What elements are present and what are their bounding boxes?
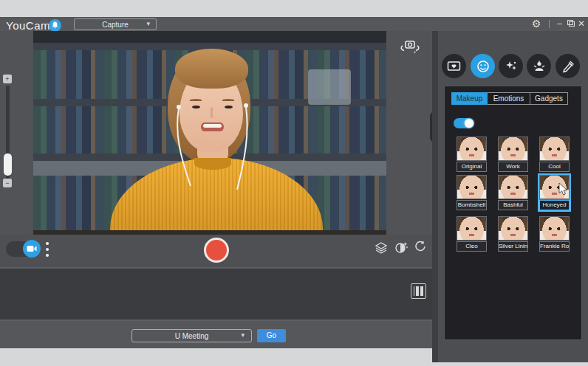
capture-dropdown-label: Capture [102,21,129,29]
makeup-thumbnail [457,175,487,199]
tab-emotions[interactable]: Emotions [488,92,530,105]
chevron-down-icon: ▾ [146,20,150,27]
makeup-item-label: Bombshell [457,200,487,210]
makeup-item-label: Bashful [498,200,528,210]
gallery-grid-view-icon[interactable] [411,283,426,299]
makeup-item-label: Cool [539,162,570,172]
effects-content-box: Makeup Emotions Gadgets Original Work Co… [444,86,582,340]
record-bar [0,235,432,267]
notification-bell-icon[interactable] [49,19,61,32]
minimize-button[interactable]: – [553,18,565,30]
mouse-cursor [558,182,568,196]
makeup-item-silver-lining[interactable]: Silver Lining [498,216,528,252]
chevron-down-icon: ▾ [241,331,245,339]
app-window: YouCam9 Capture ▾ ⚙ – ✕ + − [0,17,588,348]
settings-gear-icon[interactable]: ⚙ [530,18,542,30]
video-camera-icon[interactable] [23,240,41,258]
makeup-item-bombshell[interactable]: Bombshell [457,175,487,210]
reset-rotate-icon[interactable] [414,240,428,255]
makeup-thumbnail [539,216,570,241]
draw-stamp-icon[interactable] [555,54,580,78]
panel-divider [432,31,438,362]
avatar-icon[interactable] [527,54,551,78]
app-select-value: U Meeting [175,332,209,340]
makeup-thumbnail [498,216,528,241]
makeup-thumbnail [498,137,528,161]
launch-bar: U Meeting ▾ Go [0,321,432,348]
makeup-thumbnail [457,216,487,241]
app-select-dropdown[interactable]: U Meeting ▾ [131,329,252,342]
restore-button[interactable] [564,18,576,30]
scenes-icon[interactable] [442,54,466,78]
capture-dropdown[interactable]: Capture ▾ [74,18,157,30]
webcam-video [33,31,386,235]
enhance-beautify-icon[interactable] [394,240,408,255]
makeup-item-work[interactable]: Work [498,137,528,172]
makeup-item-cool[interactable]: Cool [539,137,570,172]
zoom-slider-handle[interactable] [4,153,12,176]
makeup-item-label: Original [457,162,487,172]
titlebar-separator [549,20,550,28]
record-button[interactable] [204,238,229,263]
zoom-out-button[interactable]: − [3,179,12,187]
switch-camera-icon[interactable] [397,35,423,59]
effects-tabs: Makeup Emotions Gadgets [451,92,568,105]
makeup-item-original[interactable]: Original [457,137,487,172]
makeup-item-label: Cleo [457,241,487,252]
layers-icon[interactable] [374,240,389,255]
zoom-in-button[interactable]: + [3,75,12,83]
media-gallery-strip [0,267,432,321]
makeup-thumbnail [539,137,570,161]
go-button[interactable]: Go [257,329,286,342]
effects-panel: Makeup Emotions Gadgets Original Work Co… [438,31,588,362]
makeup-item-label: Frankie Roc [539,241,570,252]
makeup-thumbnail [457,137,487,161]
close-button[interactable]: ✕ [575,18,587,30]
video-stage: + − [0,31,432,235]
particles-icon[interactable] [499,54,523,78]
face-effects-icon[interactable] [471,54,495,78]
makeup-item-label: Work [498,162,528,172]
makeup-item-frankie-roc[interactable]: Frankie Roc [539,216,570,252]
makeup-item-label: Honeyed [539,200,570,210]
desktop: YouCam9 Capture ▾ ⚙ – ✕ + − [0,0,588,366]
makeup-item-bashful[interactable]: Bashful [498,175,528,210]
makeup-item-label: Silver Lining [498,241,528,252]
tab-gadgets[interactable]: Gadgets [530,92,568,105]
tab-makeup[interactable]: Makeup [451,92,488,105]
more-options-menu[interactable] [46,242,49,260]
makeup-item-cleo[interactable]: Cleo [457,216,487,252]
earphone-cords [33,31,386,235]
makeup-thumbnail [498,175,528,199]
effects-on-toggle[interactable] [454,118,474,128]
